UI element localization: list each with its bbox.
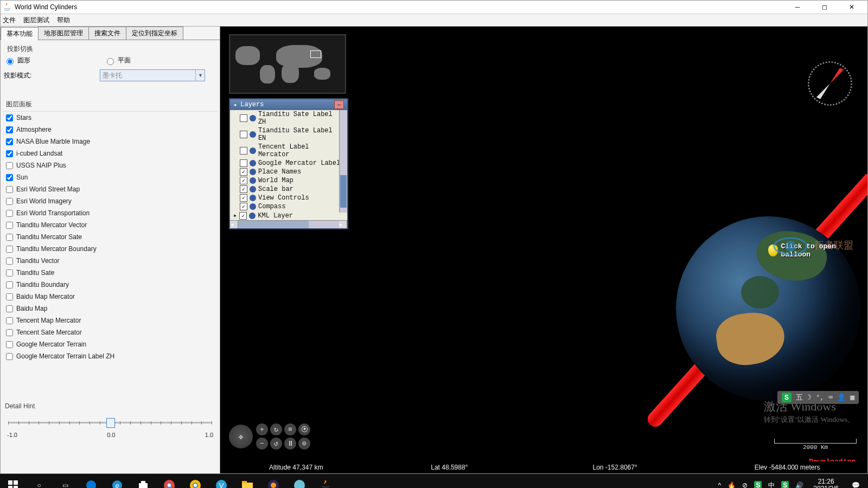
heading-right-button[interactable]: ⏸ (284, 438, 296, 450)
tray-volume-icon[interactable]: 🔊 (795, 481, 803, 488)
cortana-button[interactable]: ○ (26, 474, 52, 488)
layer-item[interactable]: Tencent Map Mercator (3, 314, 218, 326)
float-layer-checkbox[interactable]: ✓ (239, 212, 247, 220)
layer-item[interactable]: Tianditu Mercator Vector (3, 219, 218, 231)
tab-search-file[interactable]: 搜索文件 (88, 27, 126, 40)
float-layer-row[interactable]: ▸✓KML Layer (230, 211, 347, 220)
layer-checkbox[interactable] (6, 341, 13, 348)
layer-item[interactable]: Baidu Map (3, 303, 218, 314)
float-layer-checkbox[interactable] (240, 147, 247, 155)
layer-checkbox[interactable] (6, 186, 13, 193)
taskbar-app-v[interactable]: V (208, 474, 234, 488)
taskbar-ie[interactable]: e (104, 474, 130, 488)
layer-item[interactable]: NASA Blue Marble Image (3, 136, 218, 147)
float-layer-row[interactable]: Tianditu Sate Label EN (230, 126, 347, 143)
layer-item[interactable]: Tianditu Sate (3, 267, 218, 279)
layer-checkbox[interactable] (6, 305, 13, 312)
layers-float-header[interactable]: ✦ Layers — (230, 99, 347, 110)
menu-help[interactable]: 帮助 (57, 16, 70, 25)
ime-moon-icon[interactable]: ☽ (807, 393, 812, 402)
float-layer-checkbox[interactable] (240, 159, 247, 167)
float-layer-row[interactable]: ✓Place Names (230, 168, 347, 176)
layer-item[interactable]: Baidu Map Mercator (3, 291, 218, 303)
layers-float-hscroll[interactable]: ◂▸ (230, 220, 347, 228)
layer-checkbox[interactable] (6, 258, 13, 265)
close-button[interactable]: ✕ (838, 1, 865, 13)
layer-item[interactable]: i-cubed Landsat (3, 147, 218, 159)
layer-checkbox[interactable] (6, 126, 13, 133)
menu-file[interactable]: 文件 (3, 16, 16, 25)
taskbar-chrome-2[interactable] (182, 474, 208, 488)
expand-icon[interactable]: ▸ (233, 211, 237, 220)
tilt-down-button[interactable]: ↺ (270, 438, 282, 450)
system-tray[interactable]: ^ 🔥 ⊘ S 中 S 🔊 (713, 481, 809, 489)
float-layer-row[interactable]: ✓Compass (230, 202, 347, 211)
layer-checkbox[interactable] (6, 150, 13, 157)
float-layer-checkbox[interactable]: ✓ (240, 168, 247, 176)
tray-app-icon-1[interactable]: 🔥 (727, 481, 736, 488)
layer-item[interactable]: Stars (3, 112, 218, 124)
detail-slider[interactable] (8, 416, 212, 431)
taskbar-explorer[interactable] (234, 474, 260, 488)
layer-item[interactable]: Atmosphere (3, 124, 218, 136)
compass[interactable] (806, 59, 854, 108)
layer-item[interactable]: Sun (3, 171, 218, 183)
maximize-button[interactable]: ◻ (811, 1, 838, 13)
layers-float-close[interactable]: — (334, 100, 344, 109)
tab-terrain-mgr[interactable]: 地形图层管理 (38, 27, 89, 40)
taskbar-app-face[interactable] (286, 474, 312, 488)
radio-flat[interactable]: 平面 (104, 56, 131, 65)
layers-list[interactable]: StarsAtmosphereNASA Blue Marble Imagei-c… (3, 111, 218, 399)
tray-ime-brand-icon-2[interactable]: S (781, 481, 789, 488)
layer-checkbox[interactable] (6, 174, 13, 181)
taskbar-eclipse[interactable] (260, 474, 286, 488)
float-layer-row[interactable]: ✓Scale bar (230, 185, 347, 194)
layer-item[interactable]: Tianditu Boundary (3, 279, 218, 291)
float-layer-row[interactable]: ✓World Map (230, 176, 347, 185)
layer-checkbox[interactable] (6, 114, 13, 121)
layer-item[interactable]: Esri World Imagery (3, 195, 218, 207)
layer-checkbox[interactable] (6, 317, 13, 324)
radio-sphere-input[interactable] (7, 58, 14, 65)
tray-app-icon-2[interactable]: ⊘ (742, 481, 748, 488)
tab-basic[interactable]: 基本功能 (1, 27, 39, 40)
tilt-up-button[interactable]: ↻ (270, 423, 282, 435)
ime-punct-icon[interactable]: °, (816, 394, 825, 402)
taskbar-chrome[interactable] (156, 474, 182, 488)
layer-item[interactable]: Google Mercator Terrain (3, 338, 218, 350)
fov-wide-button[interactable]: ⦿ (298, 423, 310, 435)
task-view-button[interactable]: ▭ (52, 474, 78, 488)
layer-item[interactable]: Esri World Transportation (3, 207, 218, 219)
radio-sphere[interactable]: 圆形 (4, 56, 30, 65)
minimize-button[interactable]: ─ (784, 1, 811, 13)
layer-checkbox[interactable] (6, 138, 13, 145)
layer-checkbox[interactable] (6, 234, 13, 241)
layer-item[interactable]: Tencent Sate Mercator (3, 326, 218, 338)
action-center-button[interactable]: 💬 (843, 474, 868, 488)
layer-checkbox[interactable] (6, 210, 13, 217)
layer-item[interactable]: Tianditu Mercator Boundary (3, 243, 218, 255)
layer-checkbox[interactable] (6, 162, 13, 169)
ime-user-icon[interactable]: 👤 (837, 393, 846, 402)
ime-toolbar[interactable]: S 五 ☽ °, ⌨ 👤 ▦ (777, 391, 859, 404)
taskbar-edge[interactable] (78, 474, 104, 488)
float-layer-row[interactable]: Google Mercator Label (230, 159, 347, 168)
float-layer-checkbox[interactable]: ✓ (240, 185, 247, 193)
zoom-out-button[interactable]: − (256, 438, 268, 450)
float-layer-row[interactable]: ✓View Controls (230, 194, 347, 202)
layer-checkbox[interactable] (6, 293, 13, 300)
float-layer-checkbox[interactable]: ✓ (240, 194, 247, 202)
projection-mode-combo[interactable]: 墨卡托 ▼ (100, 69, 205, 81)
layer-item[interactable]: Esri World Street Map (3, 183, 218, 195)
zoom-in-button[interactable]: + (256, 423, 268, 435)
globe-view[interactable]: Click to open balloon ✦ Layers — Tiandit… (220, 27, 867, 473)
layer-checkbox[interactable] (6, 269, 13, 277)
fov-narrow-button[interactable]: ⊖ (298, 438, 310, 450)
float-layer-row[interactable]: Tencent Label Mercator (230, 143, 347, 159)
menu-layer-test[interactable]: 图层测试 (23, 16, 49, 25)
float-layer-row[interactable]: Tianditu Sate Label ZH (230, 110, 347, 126)
world-map-inset[interactable] (229, 34, 346, 94)
ime-grid-icon[interactable]: ▦ (850, 393, 854, 402)
layer-checkbox[interactable] (6, 353, 13, 360)
layer-checkbox[interactable] (6, 246, 13, 253)
